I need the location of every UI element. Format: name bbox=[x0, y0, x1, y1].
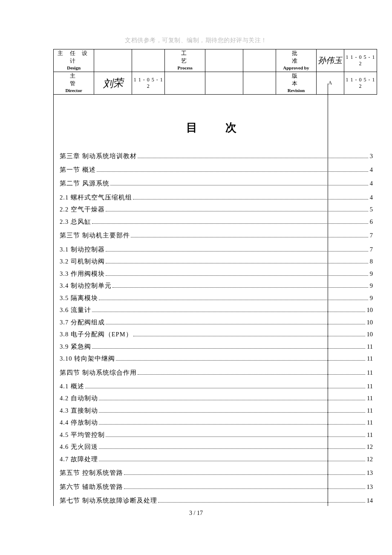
toc-row: 第二节 风源系统4 bbox=[60, 179, 373, 188]
toc-row: 2.1 螺杆式空气压缩机组4 bbox=[60, 193, 373, 202]
toc-page: 7 bbox=[369, 245, 373, 254]
toc-page: 11 bbox=[366, 382, 373, 391]
blank-cell bbox=[205, 72, 243, 94]
toc-row: 第六节 辅助系统管路13 bbox=[60, 482, 373, 491]
revision-label: 版 本 Revision bbox=[276, 72, 316, 94]
toc-page: 12 bbox=[366, 442, 373, 451]
toc-label: 2.2 空气干燥器 bbox=[60, 205, 105, 214]
approvedby-label: 批 准 Approved by bbox=[276, 49, 316, 72]
toc-label: 第二节 风源系统 bbox=[60, 179, 110, 188]
toc-page: 10 bbox=[366, 305, 373, 315]
toc-leader-dots bbox=[133, 332, 365, 337]
toc-label: 4.7 故障处理 bbox=[60, 454, 98, 464]
toc-label: 4.4 停放制动 bbox=[60, 418, 98, 427]
process-label: 工 艺 Process bbox=[165, 49, 205, 72]
toc-row: 3.3 作用阀模块9 bbox=[60, 269, 373, 278]
toc-label: 3.7 分配阀组成 bbox=[60, 318, 105, 327]
toc-label: 4.3 直接制动 bbox=[60, 406, 98, 415]
toc-label: 3.5 隔离模块 bbox=[60, 293, 98, 303]
approvedby-date-cell: 1 1 - 0 5 - 1 2 bbox=[344, 49, 377, 72]
toc-page: 12 bbox=[366, 454, 373, 464]
toc-row: 3.10 转向架中继阀11 bbox=[60, 354, 373, 363]
toc-label: 3.1 制动控制器 bbox=[60, 245, 105, 254]
toc-page: 4 bbox=[369, 193, 373, 202]
toc-leader-dots bbox=[106, 246, 368, 251]
toc-label: 3.3 作用阀模块 bbox=[60, 269, 105, 278]
toc-label: 3.10 转向架中继阀 bbox=[60, 354, 115, 363]
toc-label: 3.9 紧急阀 bbox=[60, 342, 91, 351]
page-frame: 主 任 设 计 Design 工 艺 Process 批 准 Approved … bbox=[53, 49, 377, 506]
header-row-1: 主 任 设 计 Design 工 艺 Process 批 准 Approved … bbox=[54, 49, 377, 72]
design-sig-cell bbox=[94, 49, 132, 72]
toc-row: 2.2 空气干燥器5 bbox=[60, 205, 373, 214]
toc-title: 目 次 bbox=[54, 120, 377, 135]
toc-page: 5 bbox=[369, 205, 373, 214]
signature-icon: 孙伟玉 bbox=[318, 55, 342, 66]
toc-leader-dots bbox=[131, 233, 368, 238]
toc-leader-dots bbox=[110, 181, 368, 186]
revision-date-cell: 1 1 - 0 5 - 1 2 bbox=[344, 72, 377, 94]
toc-row: 第七节 制动系统故障诊断及处理14 bbox=[60, 496, 373, 505]
toc-label: 3.2 司机制动阀 bbox=[60, 257, 105, 266]
page-number: 3 / 17 bbox=[0, 510, 392, 517]
blank-cell bbox=[243, 72, 276, 94]
toc-row: 4.3 直接制动11 bbox=[60, 406, 373, 415]
toc-row: 3.5 隔离模块9 bbox=[60, 293, 373, 303]
toc-page: 11 bbox=[366, 406, 373, 415]
toc-label: 第三节 制动机主要部件 bbox=[60, 231, 130, 240]
toc-row: 4.5 平均管控制11 bbox=[60, 430, 373, 439]
toc-row: 4.7 故障处理12 bbox=[60, 454, 373, 464]
toc-row: 4.6 无火回送12 bbox=[60, 442, 373, 451]
header-row-2: 主 管 Director 刘荣 1 1 - 0 5 - 1 2 版 本 Revi… bbox=[54, 72, 377, 94]
toc-leader-dots bbox=[158, 498, 365, 503]
toc-label: 第七节 制动系统故障诊断及处理 bbox=[60, 496, 157, 505]
toc-row: 4.2 自动制动11 bbox=[60, 393, 373, 403]
toc-row: 3.4 制动控制单元9 bbox=[60, 281, 373, 290]
toc-leader-dots bbox=[106, 207, 368, 212]
toc-page: 11 bbox=[366, 393, 373, 403]
toc-page: 13 bbox=[366, 468, 373, 477]
toc-page: 11 bbox=[366, 342, 373, 351]
toc-label: 第三章 制动系统培训教材 bbox=[60, 151, 137, 161]
signature-icon: 刘荣 bbox=[102, 75, 124, 90]
blank-cell bbox=[165, 72, 205, 94]
toc-leader-dots bbox=[133, 194, 368, 199]
toc-leader-dots bbox=[106, 259, 368, 264]
toc-row: 3.6 流量计10 bbox=[60, 305, 373, 315]
toc-row: 2.3 总风缸6 bbox=[60, 217, 373, 226]
toc-label: 4.6 无火回送 bbox=[60, 442, 98, 451]
toc-leader-dots bbox=[99, 396, 365, 401]
design-date-cell bbox=[132, 49, 165, 72]
toc-label: 2.1 螺杆式空气压缩机组 bbox=[60, 193, 132, 202]
table-of-contents: 第三章 制动系统培训教材3第一节 概述4第二节 风源系统42.1 螺杆式空气压缩… bbox=[54, 151, 377, 506]
toc-label: 第一节 概述 bbox=[60, 165, 96, 174]
toc-leader-dots bbox=[106, 319, 365, 324]
toc-row: 第四节 制动系统综合作用11 bbox=[60, 368, 373, 377]
toc-row: 4.4 停放制动11 bbox=[60, 418, 373, 427]
toc-leader-dots bbox=[99, 408, 365, 413]
toc-page: 11 bbox=[366, 354, 373, 363]
toc-page: 9 bbox=[369, 269, 373, 278]
toc-row: 3.8 电子分配阀（EPM）10 bbox=[60, 330, 373, 339]
toc-page: 10 bbox=[366, 318, 373, 327]
toc-leader-dots bbox=[92, 307, 365, 312]
toc-label: 4.5 平均管控制 bbox=[60, 430, 105, 439]
toc-page: 11 bbox=[366, 368, 373, 377]
toc-leader-dots bbox=[138, 153, 368, 158]
toc-page: 6 bbox=[369, 217, 373, 226]
toc-page: 8 bbox=[369, 257, 373, 266]
toc-page: 7 bbox=[369, 231, 373, 240]
director-date-cell: 1 1 - 0 5 - 1 2 bbox=[132, 72, 165, 94]
toc-row: 4.1 概述11 bbox=[60, 382, 373, 391]
toc-label: 第六节 辅助系统管路 bbox=[60, 482, 123, 491]
toc-leader-dots bbox=[99, 420, 365, 425]
toc-label: 第五节 控制系统管路 bbox=[60, 468, 123, 477]
toc-leader-dots bbox=[112, 283, 368, 288]
toc-leader-dots bbox=[85, 383, 365, 388]
toc-page: 4 bbox=[369, 179, 373, 188]
toc-label: 3.6 流量计 bbox=[60, 305, 91, 315]
toc-page: 13 bbox=[366, 482, 373, 491]
toc-page: 4 bbox=[369, 165, 373, 174]
toc-leader-dots bbox=[99, 456, 365, 461]
toc-row: 第三章 制动系统培训教材3 bbox=[60, 151, 373, 161]
